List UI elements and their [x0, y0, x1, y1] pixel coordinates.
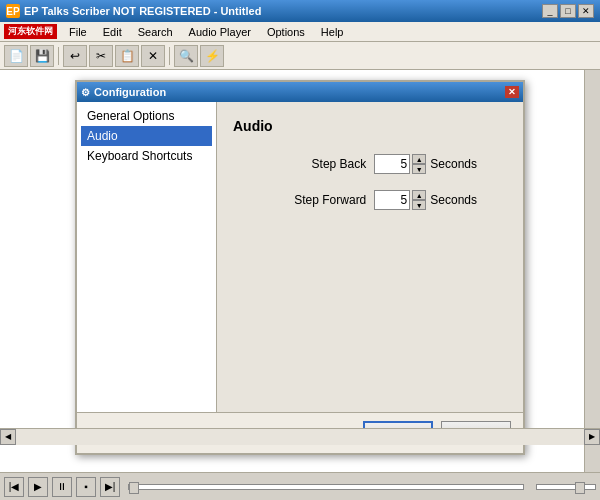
left-panel: General Options Audio Keyboard Shortcuts: [77, 102, 217, 412]
toolbar-separator-2: [169, 47, 170, 65]
search-button[interactable]: 🔍: [174, 45, 198, 67]
window-title: EP Talks Scriber NOT REGISTERED - Untitl…: [24, 5, 261, 17]
step-forward-spinner-buttons: ▲ ▼: [412, 190, 426, 210]
cut-button[interactable]: ✂: [89, 45, 113, 67]
toolbar-separator: [58, 47, 59, 65]
skip-back-button[interactable]: |◀: [4, 477, 24, 497]
volume-bar[interactable]: [536, 484, 596, 490]
app-icon: EP: [6, 4, 20, 18]
progress-bar[interactable]: [128, 484, 524, 490]
transport-bar: |◀ ▶ ⏸ ▪ ▶|: [0, 472, 600, 500]
dialog-close-button[interactable]: ✕: [505, 86, 519, 98]
step-forward-down[interactable]: ▼: [412, 200, 426, 210]
step-forward-input[interactable]: [374, 190, 410, 210]
list-item-audio[interactable]: Audio: [81, 126, 212, 146]
title-bar: EP EP Talks Scriber NOT REGISTERED - Unt…: [0, 0, 600, 22]
horizontal-scrollbar[interactable]: ◀ ▶: [0, 428, 600, 444]
menu-edit[interactable]: Edit: [95, 24, 130, 40]
list-item-keyboard[interactable]: Keyboard Shortcuts: [81, 146, 212, 166]
panel-title: Audio: [233, 118, 507, 134]
dialog-title: Configuration: [94, 86, 166, 98]
title-bar-left: EP EP Talks Scriber NOT REGISTERED - Unt…: [6, 4, 261, 18]
step-back-spinner-buttons: ▲ ▼: [412, 154, 426, 174]
step-forward-spinner: ▲ ▼: [374, 190, 426, 210]
undo-button[interactable]: ↩: [63, 45, 87, 67]
step-forward-unit: Seconds: [430, 193, 477, 207]
dialog-overlay: ⚙ Configuration ✕ General Options Audio …: [0, 70, 600, 472]
skip-forward-button[interactable]: ▶|: [100, 477, 120, 497]
list-item-general[interactable]: General Options: [81, 106, 212, 126]
step-forward-up[interactable]: ▲: [412, 190, 426, 200]
lightning-button[interactable]: ⚡: [200, 45, 224, 67]
title-bar-buttons[interactable]: _ □ ✕: [542, 4, 594, 18]
progress-thumb[interactable]: [129, 482, 139, 494]
menu-audio-player[interactable]: Audio Player: [181, 24, 259, 40]
configuration-dialog: ⚙ Configuration ✕ General Options Audio …: [75, 80, 525, 455]
dialog-body: General Options Audio Keyboard Shortcuts…: [77, 102, 523, 412]
step-back-up[interactable]: ▲: [412, 154, 426, 164]
paste-button[interactable]: 📋: [115, 45, 139, 67]
close-window-button[interactable]: ✕: [578, 4, 594, 18]
save-button[interactable]: 💾: [30, 45, 54, 67]
main-area: ⚙ Configuration ✕ General Options Audio …: [0, 70, 600, 472]
pause-button[interactable]: ⏸: [52, 477, 72, 497]
minimize-button[interactable]: _: [542, 4, 558, 18]
menu-search[interactable]: Search: [130, 24, 181, 40]
scroll-right-button[interactable]: ▶: [584, 429, 600, 445]
step-back-input[interactable]: [374, 154, 410, 174]
menu-file[interactable]: File: [61, 24, 95, 40]
step-back-spinner: ▲ ▼: [374, 154, 426, 174]
step-back-unit: Seconds: [430, 157, 477, 171]
maximize-button[interactable]: □: [560, 4, 576, 18]
menu-bar: 河东软件网 File Edit Search Audio Player Opti…: [0, 22, 600, 42]
scroll-track[interactable]: [16, 429, 584, 445]
volume-thumb[interactable]: [575, 482, 585, 494]
watermark: 河东软件网: [4, 24, 57, 39]
step-back-row: Step Back ▲ ▼ Seconds: [233, 154, 507, 174]
step-back-down[interactable]: ▼: [412, 164, 426, 174]
play-button[interactable]: ▶: [28, 477, 48, 497]
scroll-left-button[interactable]: ◀: [0, 429, 16, 445]
right-panel: Audio Step Back ▲ ▼ Seconds: [217, 102, 523, 412]
toolbar: 📄 💾 ↩ ✂ 📋 ✕ 🔍 ⚡: [0, 42, 600, 70]
dialog-title-left: ⚙ Configuration: [81, 86, 166, 98]
new-button[interactable]: 📄: [4, 45, 28, 67]
step-forward-row: Step Forward ▲ ▼ Seconds: [233, 190, 507, 210]
delete-button[interactable]: ✕: [141, 45, 165, 67]
dialog-title-bar: ⚙ Configuration ✕: [77, 82, 523, 102]
menu-help[interactable]: Help: [313, 24, 352, 40]
stop-button[interactable]: ▪: [76, 477, 96, 497]
menu-options[interactable]: Options: [259, 24, 313, 40]
step-forward-label: Step Forward: [294, 193, 366, 207]
step-back-label: Step Back: [312, 157, 367, 171]
dialog-icon: ⚙: [81, 87, 90, 98]
